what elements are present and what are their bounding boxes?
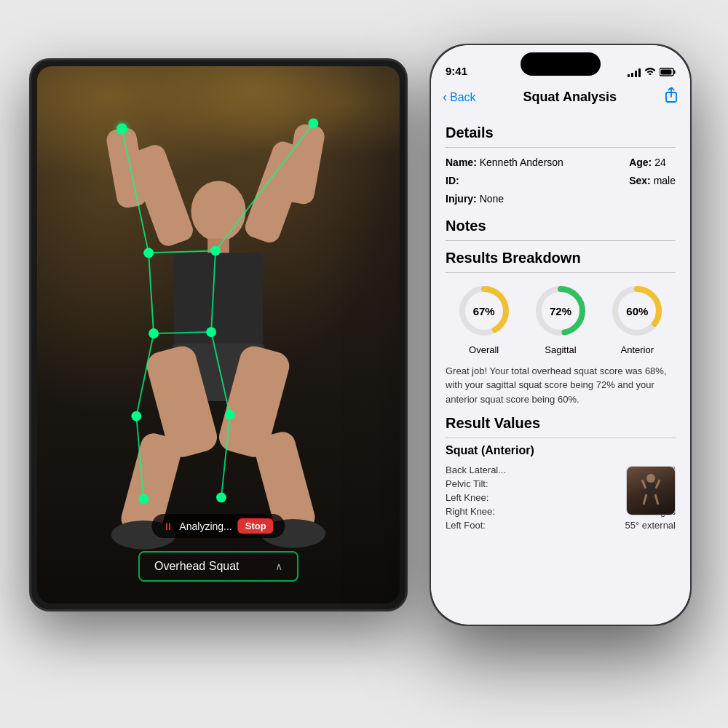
back-chevron-icon: ‹ — [443, 90, 447, 105]
svg-line-13 — [656, 480, 660, 488]
svg-line-14 — [644, 494, 646, 505]
details-divider — [446, 147, 676, 148]
phone: 9:41 ‹ Back — [430, 44, 692, 626]
donut-label-anterior: 60% — [626, 304, 648, 317]
name-value: Kenneth Anderson — [480, 157, 563, 168]
exercise-selector[interactable]: Overhead Squat ∧ — [138, 551, 298, 582]
result-label-2: Left Knee: — [446, 492, 488, 503]
thumbnail-inner — [627, 467, 675, 515]
result-thumbnail[interactable] — [626, 466, 676, 515]
phone-content: Details Name: Kenneth Anderson ID: Injur… — [431, 116, 690, 615]
sex-value: male — [654, 175, 676, 186]
skel-dot-right-hip — [206, 327, 216, 337]
details-grid: Name: Kenneth Anderson ID: Injury: None … — [446, 154, 676, 209]
svg-rect-11 — [646, 483, 656, 494]
exercise-name: Overhead Squat — [154, 560, 240, 573]
donut-anterior: 60% — [608, 282, 666, 340]
result-values-divider — [446, 438, 676, 438]
battery-icon — [660, 68, 676, 76]
injury-label: Injury: — [446, 193, 477, 205]
notes-title: Notes — [446, 218, 676, 234]
skel-dot-left-hip — [149, 328, 159, 339]
result-values-content: Squat (Anterior) Back Lateral... 3° Pelv… — [446, 444, 676, 532]
donut-sagittal: 72% — [531, 282, 590, 340]
injury-row: Injury: None — [446, 190, 629, 208]
tablet-screen: ⏸ Analyzing... Stop Overhead Squat ∧ — [37, 66, 400, 604]
donut-overall: 67% — [455, 282, 513, 340]
scroll-padding — [446, 532, 676, 561]
exercise-chevron-icon: ∧ — [275, 561, 282, 572]
skel-dot-left-ankle — [138, 494, 149, 504]
results-title: Results Breakdown — [446, 250, 676, 266]
skel-dot-right-ankle — [216, 492, 226, 502]
skel-dot-right-shoulder — [210, 245, 221, 256]
donut-label-sagittal: 72% — [550, 304, 571, 317]
skel-dot-right-wrist — [309, 119, 319, 129]
share-button[interactable] — [664, 87, 678, 107]
page-title: Squat Analysis — [523, 90, 617, 105]
result-label-3: Right Knee: — [446, 506, 495, 517]
chart-sagittal: 72% Sagittal — [531, 282, 590, 355]
sex-label: Sex: — [629, 175, 651, 186]
analyzing-text: Analyzing... — [179, 521, 232, 532]
details-left: Name: Kenneth Anderson ID: Injury: None — [446, 154, 629, 209]
skel-line-shoulders — [149, 250, 215, 253]
svg-point-10 — [646, 474, 655, 483]
results-divider — [446, 272, 676, 273]
phone-nav: ‹ Back Squat Analysis — [431, 84, 690, 116]
result-values-section: Result Values Squat (Anterior) Back Late… — [446, 415, 676, 532]
result-label-4: Left Foot: — [446, 520, 486, 531]
skel-line-left-torso — [149, 253, 154, 333]
analyzing-icon: ⏸ — [163, 521, 173, 532]
chart-anterior: 60% Anterior — [608, 282, 666, 355]
skel-dot-left-shoulder — [143, 248, 154, 258]
dynamic-island — [521, 52, 601, 76]
age-label: Age: — [629, 157, 652, 168]
wifi-icon — [644, 66, 656, 77]
back-button[interactable]: ‹ Back — [443, 90, 476, 105]
summary-text: Great job! Your total overhead squat sco… — [446, 364, 676, 407]
notes-divider — [446, 240, 676, 241]
result-label-0: Back Lateral... — [446, 464, 506, 475]
svg-line-15 — [655, 494, 658, 505]
name-row: Name: Kenneth Anderson — [446, 154, 629, 172]
athlete-left-forearm — [105, 126, 149, 209]
signal-icon — [628, 67, 641, 77]
status-icons — [628, 66, 676, 77]
analyzing-bar: ⏸ Analyzing... Stop — [151, 514, 285, 538]
athlete-head — [191, 181, 245, 242]
result-values-title: Result Values — [446, 415, 676, 432]
chart-name-sagittal: Sagittal — [545, 344, 576, 355]
chart-name-anterior: Anterior — [621, 344, 654, 355]
donut-label-overall: 67% — [473, 304, 495, 317]
details-title: Details — [446, 124, 676, 141]
id-label: ID: — [446, 175, 459, 186]
stop-button[interactable]: Stop — [238, 518, 274, 534]
result-value-4: 55° external — [625, 520, 676, 531]
result-label-1: Pelvic Tilt: — [446, 478, 488, 489]
svg-rect-2 — [661, 69, 672, 74]
back-label: Back — [450, 91, 476, 104]
skel-dot-left-wrist — [117, 124, 127, 134]
charts-row: 67% Overall 72% Sagittal — [446, 282, 676, 355]
phone-screen: 9:41 ‹ Back — [431, 45, 690, 625]
chart-overall: 67% Overall — [455, 282, 513, 355]
skel-dot-left-knee — [131, 411, 141, 422]
result-row-4: Left Foot: 55° external — [446, 518, 676, 532]
skel-dot-right-knee — [225, 410, 235, 420]
details-right: Age: 24 Sex: male — [629, 154, 676, 209]
age-row: Age: 24 — [629, 154, 676, 172]
svg-rect-1 — [674, 70, 676, 74]
age-value: 24 — [654, 157, 666, 168]
status-bar: 9:41 — [431, 45, 690, 84]
injury-value: None — [480, 193, 504, 205]
tablet: ⏸ Analyzing... Stop Overhead Squat ∧ — [29, 58, 408, 612]
name-label: Name: — [446, 157, 477, 168]
id-row: ID: — [446, 172, 629, 190]
sex-row: Sex: male — [629, 172, 676, 190]
svg-line-12 — [642, 480, 646, 488]
thumbnail-figure — [636, 472, 665, 509]
chart-name-overall: Overall — [469, 344, 499, 355]
status-time: 9:41 — [446, 65, 467, 77]
squat-anterior-title: Squat (Anterior) — [446, 444, 676, 457]
